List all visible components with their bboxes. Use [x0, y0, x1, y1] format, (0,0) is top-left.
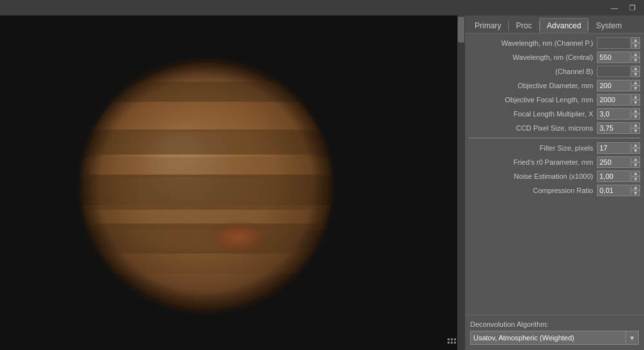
- restore-button[interactable]: ❐: [623, 1, 641, 14]
- spin-up-compression-ratio[interactable]: ▲: [631, 185, 640, 190]
- param-row-objective-diameter: Objective Diameter, mm ▲ ▼: [465, 78, 644, 93]
- spin-btns-noise-estimation: ▲ ▼: [631, 170, 640, 182]
- param-input-objective-diameter[interactable]: [597, 80, 630, 91]
- param-input-wrap-focal-length-multiplier: ▲ ▼: [597, 108, 640, 120]
- param-label-objective-focal-length: Objective Focal Length, mm: [468, 96, 597, 104]
- bottom-area: Deconvolution Algorithm: Usatov, Atmosph…: [465, 315, 644, 350]
- spin-btns-compression-ratio: ▲ ▼: [631, 185, 640, 196]
- param-label-noise-estimation: Noise Estimation (x1000): [468, 172, 597, 180]
- param-input-wrap-fried-r0: ▲ ▼: [597, 156, 640, 168]
- param-input-wrap-channel-b: ▲ ▼: [597, 66, 640, 77]
- spin-btns-channel-b: ▲ ▼: [631, 66, 640, 77]
- title-bar: — ❐: [0, 0, 644, 15]
- spin-up-fried-r0[interactable]: ▲: [631, 156, 640, 162]
- param-input-fried-r0[interactable]: [597, 156, 630, 168]
- param-label-focal-length-multiplier: Focal Length Multiplier, X: [468, 110, 597, 118]
- spin-down-wavelength-channel-p[interactable]: ▼: [631, 43, 640, 49]
- spin-up-ccd-pixel-size[interactable]: ▲: [631, 122, 640, 128]
- spin-down-wavelength-central[interactable]: ▼: [631, 57, 640, 63]
- param-input-wrap-objective-diameter: ▲ ▼: [597, 80, 640, 91]
- spin-down-compression-ratio[interactable]: ▼: [631, 190, 640, 196]
- image-panel: [0, 15, 465, 350]
- param-row-channel-b: (Channel B) ▲ ▼: [465, 64, 644, 78]
- deconvolution-label: Deconvolution Algorithm:: [470, 320, 639, 328]
- param-input-wrap-compression-ratio: ▲ ▼: [597, 185, 640, 196]
- image-scrollbar[interactable]: [457, 15, 465, 350]
- spin-up-focal-length-multiplier[interactable]: ▲: [631, 108, 640, 114]
- param-input-wrap-wavelength-central: ▲ ▼: [597, 51, 640, 63]
- spin-down-fried-r0[interactable]: ▼: [631, 162, 640, 168]
- tab-system[interactable]: System: [589, 18, 629, 33]
- param-row-ccd-pixel-size: CCD Pixel Size, microns ▲ ▼: [465, 121, 644, 135]
- param-label-objective-diameter: Objective Diameter, mm: [468, 82, 597, 89]
- param-input-wrap-ccd-pixel-size: ▲ ▼: [597, 122, 640, 134]
- spin-down-channel-b[interactable]: ▼: [631, 71, 640, 77]
- param-input-focal-length-multiplier[interactable]: [597, 108, 630, 120]
- settings-area: Wavelength, nm (Channel P.) ▲ ▼ Waveleng…: [465, 33, 644, 315]
- param-row-wavelength-channel-p: Wavelength, nm (Channel P.) ▲ ▼: [465, 36, 644, 50]
- right-panel: Primary Proc Advanced System Wavelength,…: [465, 15, 644, 350]
- param-label-channel-b: (Channel B): [468, 68, 597, 75]
- divider-1: [469, 138, 640, 138]
- spin-btns-filter-size: ▲ ▼: [631, 142, 640, 154]
- param-label-filter-size: Filter Size, pixels: [468, 144, 597, 152]
- param-row-focal-length-multiplier: Focal Length Multiplier, X ▲ ▼: [465, 107, 644, 121]
- algo-select[interactable]: Usatov, Atmospheric (Weighted): [470, 331, 626, 345]
- spin-down-objective-focal-length[interactable]: ▼: [631, 100, 640, 106]
- spin-down-ccd-pixel-size[interactable]: ▼: [631, 128, 640, 134]
- spin-up-wavelength-channel-p[interactable]: ▲: [631, 37, 640, 43]
- spin-up-channel-b[interactable]: ▲: [631, 66, 640, 71]
- param-input-wrap-wavelength-channel-p: ▲ ▼: [597, 37, 640, 49]
- tab-advanced[interactable]: Advanced: [540, 18, 588, 33]
- spin-up-objective-focal-length[interactable]: ▲: [631, 94, 640, 100]
- spin-down-objective-diameter[interactable]: ▼: [631, 86, 640, 91]
- spin-up-objective-diameter[interactable]: ▲: [631, 80, 640, 86]
- param-input-wrap-noise-estimation: ▲ ▼: [597, 170, 640, 182]
- param-label-wavelength-channel-p: Wavelength, nm (Channel P.): [468, 39, 597, 47]
- param-row-wavelength-central: Wavelength, nm (Central) ▲ ▼: [465, 50, 644, 64]
- algo-select-wrap: Usatov, Atmospheric (Weighted) ▼: [470, 331, 639, 345]
- param-row-compression-ratio: Compression Ratio ▲ ▼: [465, 183, 644, 198]
- param-input-noise-estimation[interactable]: [597, 170, 630, 182]
- spin-up-wavelength-central[interactable]: ▲: [631, 51, 640, 57]
- param-input-wavelength-central[interactable]: [597, 51, 630, 63]
- tab-proc[interactable]: Proc: [509, 18, 539, 33]
- spin-down-filter-size[interactable]: ▼: [631, 148, 640, 154]
- scrollbar-thumb[interactable]: [458, 17, 464, 42]
- view-indicator: [448, 338, 456, 344]
- spin-btns-wavelength-central: ▲ ▼: [631, 51, 640, 63]
- algo-dropdown-button[interactable]: ▼: [626, 331, 639, 345]
- param-input-wrap-objective-focal-length: ▲ ▼: [597, 94, 640, 106]
- spin-btns-objective-focal-length: ▲ ▼: [631, 94, 640, 106]
- param-input-compression-ratio[interactable]: [597, 185, 630, 196]
- spin-btns-wavelength-channel-p: ▲ ▼: [631, 37, 640, 49]
- param-label-fried-r0: Fried's r0 Parameter, mm: [468, 158, 597, 166]
- jupiter-image: [0, 15, 465, 350]
- param-input-wavelength-channel-p: [597, 37, 630, 49]
- param-row-filter-size: Filter Size, pixels ▲ ▼: [465, 141, 644, 155]
- spin-up-filter-size[interactable]: ▲: [631, 142, 640, 148]
- minimize-button[interactable]: —: [605, 1, 623, 14]
- param-row-noise-estimation: Noise Estimation (x1000) ▲ ▼: [465, 169, 644, 183]
- param-input-wrap-filter-size: ▲ ▼: [597, 142, 640, 154]
- param-row-fried-r0: Fried's r0 Parameter, mm ▲ ▼: [465, 155, 644, 169]
- spin-btns-focal-length-multiplier: ▲ ▼: [631, 108, 640, 120]
- param-input-channel-b: [597, 66, 630, 77]
- spin-btns-objective-diameter: ▲ ▼: [631, 80, 640, 91]
- main-container: Primary Proc Advanced System Wavelength,…: [0, 15, 644, 350]
- spin-up-noise-estimation[interactable]: ▲: [631, 170, 640, 176]
- spin-down-focal-length-multiplier[interactable]: ▼: [631, 114, 640, 120]
- param-label-compression-ratio: Compression Ratio: [468, 187, 597, 194]
- spin-btns-fried-r0: ▲ ▼: [631, 156, 640, 168]
- param-label-wavelength-central: Wavelength, nm (Central): [468, 53, 597, 61]
- tabs-bar: Primary Proc Advanced System: [465, 15, 644, 33]
- param-input-filter-size[interactable]: [597, 142, 630, 154]
- param-label-ccd-pixel-size: CCD Pixel Size, microns: [468, 124, 597, 132]
- spin-btns-ccd-pixel-size: ▲ ▼: [631, 122, 640, 134]
- spin-down-noise-estimation[interactable]: ▼: [631, 176, 640, 182]
- tab-primary[interactable]: Primary: [468, 18, 508, 33]
- param-input-objective-focal-length[interactable]: [597, 94, 630, 106]
- param-input-ccd-pixel-size[interactable]: [597, 122, 630, 134]
- param-row-objective-focal-length: Objective Focal Length, mm ▲ ▼: [465, 93, 644, 107]
